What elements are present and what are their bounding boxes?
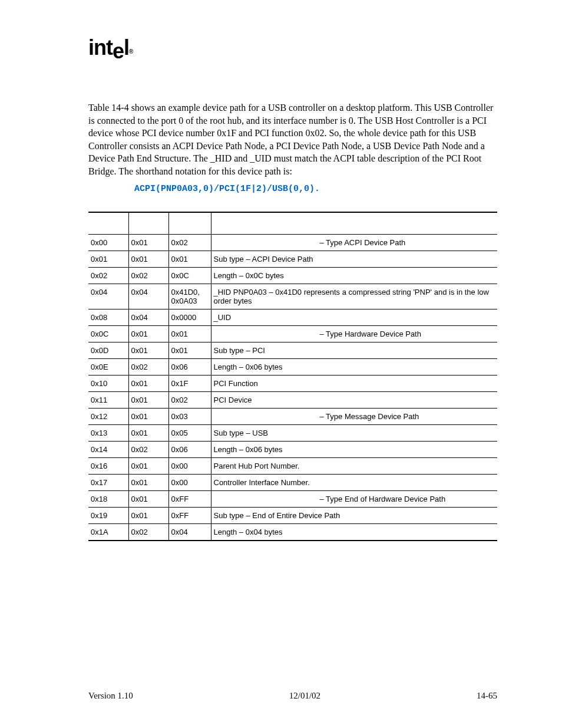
- table-header: [128, 212, 168, 235]
- cell-offset: 0x01: [88, 251, 128, 268]
- cell-offset: 0x08: [88, 309, 128, 326]
- cell-value: 0x05: [168, 425, 211, 442]
- cell-offset: 0x18: [88, 491, 128, 508]
- cell-description: _UID: [211, 309, 497, 326]
- cell-offset: 0x10: [88, 375, 128, 392]
- intel-logo: intel®: [88, 35, 497, 60]
- cell-offset: 0x02: [88, 268, 128, 284]
- table-row: 0x0D0x010x01Sub type – PCI: [88, 342, 497, 359]
- cell-description: – Type Message Device Path: [211, 409, 497, 425]
- cell-offset: 0x14: [88, 442, 128, 458]
- page-footer: Version 1.10 12/01/02 14-65: [88, 691, 497, 701]
- cell-offset: 0x1A: [88, 524, 128, 541]
- cell-offset: 0x0C: [88, 326, 128, 342]
- cell-offset: 0x19: [88, 508, 128, 524]
- cell-offset: 0x0E: [88, 359, 128, 375]
- cell-length: 0x01: [128, 491, 168, 508]
- cell-value: 0x01: [168, 342, 211, 359]
- cell-length: 0x04: [128, 284, 168, 309]
- cell-value: 0x04: [168, 524, 211, 541]
- table-header-row: [88, 212, 497, 235]
- table-row: 0x000x010x02– Type ACPI Device Path: [88, 235, 497, 251]
- table-row: 0x140x020x06Length – 0x06 bytes: [88, 442, 497, 458]
- cell-length: 0x04: [128, 309, 168, 326]
- cell-value: 0x00: [168, 458, 211, 475]
- cell-description: Parent Hub Port Number.: [211, 458, 497, 475]
- cell-description: Sub type – PCI: [211, 342, 497, 359]
- table-row: 0x080x040x0000_UID: [88, 309, 497, 326]
- cell-offset: 0x11: [88, 392, 128, 409]
- cell-description: _HID PNP0A03 – 0x41D0 represents a compr…: [211, 284, 497, 309]
- table-row: 0x130x010x05Sub type – USB: [88, 425, 497, 442]
- cell-length: 0x02: [128, 524, 168, 541]
- cell-description: – Type End of Hardware Device Path: [211, 491, 497, 508]
- cell-length: 0x01: [128, 342, 168, 359]
- cell-description: Sub type – ACPI Device Path: [211, 251, 497, 268]
- table-header: [211, 212, 497, 235]
- cell-length: 0x01: [128, 235, 168, 251]
- cell-description: Controller Interface Number.: [211, 475, 497, 491]
- cell-offset: 0x00: [88, 235, 128, 251]
- cell-length: 0x01: [128, 392, 168, 409]
- table-header: [88, 212, 128, 235]
- body-paragraph: Table 14-4 shows an example device path …: [88, 101, 497, 178]
- cell-length: 0x01: [128, 375, 168, 392]
- cell-description: PCI Function: [211, 375, 497, 392]
- cell-description: PCI Device: [211, 392, 497, 409]
- cell-offset: 0x13: [88, 425, 128, 442]
- cell-value: 0x06: [168, 359, 211, 375]
- table-row: 0x0C0x010x01– Type Hardware Device Path: [88, 326, 497, 342]
- cell-description: Length – 0x04 bytes: [211, 524, 497, 541]
- cell-value: 0x02: [168, 392, 211, 409]
- table-row: 0x170x010x00Controller Interface Number.: [88, 475, 497, 491]
- cell-value: 0x0C: [168, 268, 211, 284]
- cell-value: 0x03: [168, 409, 211, 425]
- footer-page: 14-65: [477, 691, 497, 701]
- cell-offset: 0x17: [88, 475, 128, 491]
- cell-value: 0xFF: [168, 508, 211, 524]
- table-row: 0x110x010x02PCI Device: [88, 392, 497, 409]
- table-row: 0x040x040x41D0, 0x0A03_HID PNP0A03 – 0x4…: [88, 284, 497, 309]
- cell-length: 0x02: [128, 359, 168, 375]
- cell-offset: 0x12: [88, 409, 128, 425]
- cell-description: Length – 0x06 bytes: [211, 359, 497, 375]
- cell-length: 0x02: [128, 268, 168, 284]
- cell-offset: 0x16: [88, 458, 128, 475]
- cell-value: 0x06: [168, 442, 211, 458]
- cell-value: 0x01: [168, 251, 211, 268]
- cell-description: Length – 0x06 bytes: [211, 442, 497, 458]
- cell-description: Length – 0x0C bytes: [211, 268, 497, 284]
- cell-value: 0xFF: [168, 491, 211, 508]
- cell-length: 0x01: [128, 251, 168, 268]
- table-row: 0x180x010xFF– Type End of Hardware Devic…: [88, 491, 497, 508]
- device-path-table: 0x000x010x02– Type ACPI Device Path0x010…: [88, 212, 497, 542]
- footer-date: 12/01/02: [289, 691, 320, 701]
- cell-value: 0x41D0, 0x0A03: [168, 284, 211, 309]
- cell-value: 0x00: [168, 475, 211, 491]
- cell-value: 0x01: [168, 326, 211, 342]
- cell-length: 0x01: [128, 409, 168, 425]
- cell-offset: 0x0D: [88, 342, 128, 359]
- cell-value: 0x02: [168, 235, 211, 251]
- cell-value: 0x1F: [168, 375, 211, 392]
- cell-value: 0x0000: [168, 309, 211, 326]
- cell-length: 0x01: [128, 425, 168, 442]
- table-row: 0x010x010x01Sub type – ACPI Device Path: [88, 251, 497, 268]
- cell-description: – Type Hardware Device Path: [211, 326, 497, 342]
- cell-length: 0x01: [128, 326, 168, 342]
- table-row: 0x100x010x1FPCI Function: [88, 375, 497, 392]
- device-path-notation: ACPI(PNP0A03,0)/PCI(1F|2)/USB(0,0).: [134, 184, 497, 194]
- cell-length: 0x01: [128, 508, 168, 524]
- cell-offset: 0x04: [88, 284, 128, 309]
- cell-description: Sub type – End of Entire Device Path: [211, 508, 497, 524]
- cell-length: 0x01: [128, 475, 168, 491]
- table-row: 0x1A0x020x04Length – 0x04 bytes: [88, 524, 497, 541]
- cell-description: – Type ACPI Device Path: [211, 235, 497, 251]
- cell-length: 0x02: [128, 442, 168, 458]
- table-header: [168, 212, 211, 235]
- table-row: 0x190x010xFFSub type – End of Entire Dev…: [88, 508, 497, 524]
- table-row: 0x0E0x020x06Length – 0x06 bytes: [88, 359, 497, 375]
- cell-description: Sub type – USB: [211, 425, 497, 442]
- table-row: 0x020x020x0CLength – 0x0C bytes: [88, 268, 497, 284]
- table-row: 0x120x010x03– Type Message Device Path: [88, 409, 497, 425]
